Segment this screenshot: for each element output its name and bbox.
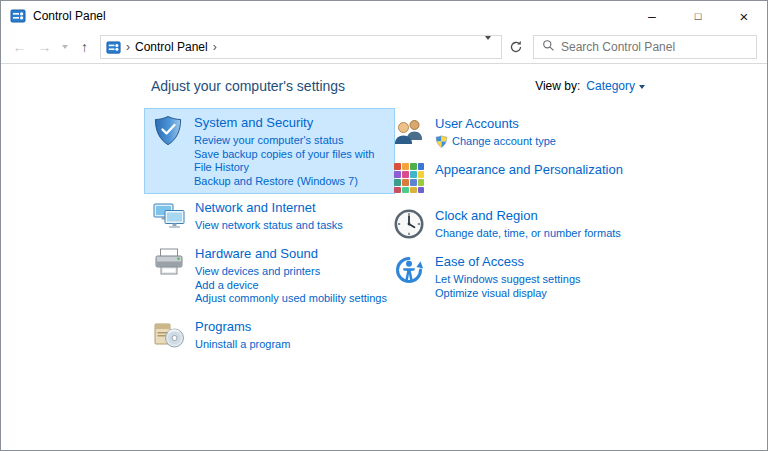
category-link[interactable]: View network status and tasks [195, 219, 343, 233]
category-link[interactable]: Uninstall a program [195, 338, 290, 352]
refresh-button[interactable] [504, 35, 528, 59]
control-panel-icon [106, 40, 121, 55]
category-link[interactable]: Adjust commonly used mobility settings [195, 292, 387, 306]
category-link[interactable]: Change account type [452, 135, 556, 149]
category-user-accounts[interactable]: User Accounts [391, 114, 645, 150]
category-clock-and-region[interactable]: Clock and Region Change date, time, or n… [391, 206, 645, 242]
category-ease-of-access[interactable]: Ease of Access Let Windows suggest setti… [391, 252, 645, 301]
category-title[interactable]: Clock and Region [435, 208, 621, 223]
caret-down-icon [639, 85, 645, 89]
search-input[interactable] [561, 40, 748, 54]
category-title[interactable]: System and Security [194, 115, 388, 130]
chevron-down-icon [62, 45, 68, 49]
refresh-icon [509, 40, 523, 54]
programs-icon[interactable] [152, 318, 186, 352]
category-hardware-and-sound[interactable]: Hardware and Sound View devices and prin… [151, 244, 391, 307]
category-title[interactable]: Programs [195, 319, 290, 334]
control-panel-app-icon [10, 8, 26, 24]
page-title: Adjust your computer's settings [151, 78, 345, 94]
right-column: User Accounts [391, 114, 645, 363]
category-link[interactable]: Review your computer's status [194, 134, 388, 148]
address-dropdown-button[interactable] [481, 36, 495, 58]
category-link[interactable]: View devices and printers [195, 265, 387, 279]
category-network-and-internet[interactable]: Network and Internet View network status… [151, 198, 391, 234]
search-icon [542, 39, 555, 55]
category-system-and-security[interactable]: System and Security Review your computer… [144, 108, 395, 194]
left-column: System and Security Review your computer… [151, 114, 391, 363]
breadcrumb-separator: › [213, 40, 217, 54]
breadcrumb-control-panel[interactable]: Control Panel [135, 40, 208, 54]
clock-and-region-icon[interactable] [392, 207, 426, 241]
category-link[interactable]: Save backup copies of your files with Fi… [194, 148, 388, 175]
category-programs[interactable]: Programs Uninstall a program [151, 317, 391, 353]
recent-locations-button[interactable] [57, 35, 72, 59]
view-by-control: View by: Category [535, 78, 645, 93]
system-and-security-icon[interactable] [151, 114, 185, 148]
ease-of-access-icon[interactable] [392, 253, 426, 287]
back-button[interactable]: ← [7, 35, 32, 59]
category-link[interactable]: Backup and Restore (Windows 7) [194, 175, 388, 189]
search-box[interactable] [533, 35, 757, 59]
appearance-and-personalization-icon[interactable] [392, 161, 426, 195]
window-controls: – □ × [629, 1, 767, 31]
address-bar[interactable]: › Control Panel › [100, 35, 502, 59]
main-content: Adjust your computer's settings View by:… [1, 64, 767, 450]
category-title[interactable]: Ease of Access [435, 254, 581, 269]
category-title[interactable]: Hardware and Sound [195, 246, 387, 261]
category-title[interactable]: User Accounts [435, 116, 556, 131]
chevron-down-icon [485, 36, 491, 54]
network-and-internet-icon[interactable] [152, 199, 186, 233]
breadcrumb-separator: › [126, 40, 130, 54]
category-link[interactable]: Optimize visual display [435, 287, 581, 301]
minimize-button[interactable]: – [629, 1, 675, 31]
view-by-label: View by: [535, 79, 580, 93]
forward-button[interactable]: → [32, 35, 57, 59]
control-panel-window: Control Panel – □ × ← → ↑ › Control Pane… [0, 0, 768, 451]
navigation-bar: ← → ↑ › Control Panel › [1, 31, 767, 64]
window-title: Control Panel [33, 9, 106, 23]
category-link[interactable]: Add a device [195, 279, 387, 293]
category-title[interactable]: Network and Internet [195, 200, 343, 215]
hardware-and-sound-icon[interactable] [152, 245, 186, 279]
close-button[interactable]: × [721, 1, 767, 31]
category-link[interactable]: Let Windows suggest settings [435, 273, 581, 287]
maximize-button[interactable]: □ [675, 1, 721, 31]
view-by-dropdown[interactable]: Category [586, 79, 645, 93]
up-button[interactable]: ↑ [72, 35, 97, 59]
category-title[interactable]: Appearance and Personalization [435, 162, 623, 177]
category-appearance-and-personalization[interactable]: Appearance and Personalization [391, 160, 645, 196]
titlebar: Control Panel – □ × [1, 1, 767, 31]
user-accounts-icon[interactable] [392, 115, 426, 149]
view-by-value: Category [586, 79, 635, 93]
category-link[interactable]: Change date, time, or number formats [435, 227, 621, 241]
uac-shield-icon [435, 135, 448, 148]
